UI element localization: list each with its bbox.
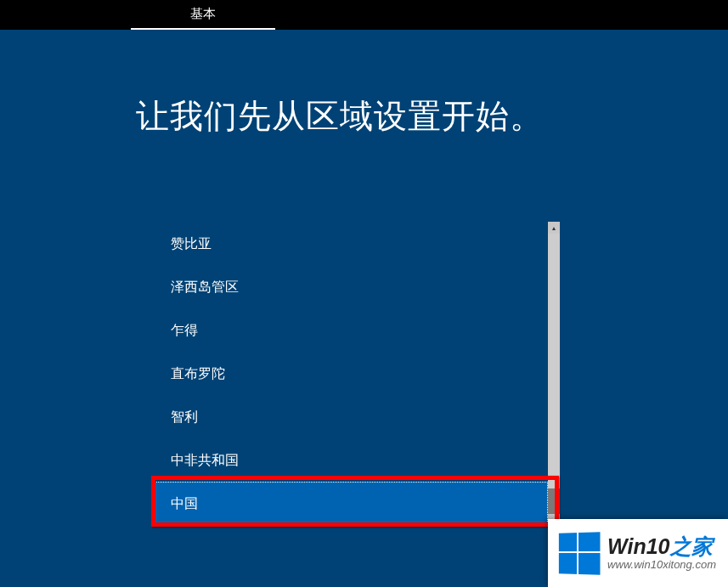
list-item[interactable]: 智利	[154, 395, 548, 438]
page-title: 让我们先从区域设置开始。	[0, 93, 728, 139]
tab-label: 基本	[190, 6, 216, 20]
list-item[interactable]: 赞比亚	[154, 222, 548, 265]
scroll-thumb[interactable]	[548, 488, 560, 514]
main-content: 让我们先从区域设置开始。	[0, 30, 728, 139]
scroll-track[interactable]	[548, 234, 560, 514]
tab-basic[interactable]: 基本	[131, 0, 275, 30]
chevron-up-icon: ▴	[552, 224, 556, 232]
list-item-selected[interactable]: 中国	[154, 482, 548, 525]
watermark: Win10之家 www.win10xitong.com	[548, 519, 728, 587]
watermark-text: Win10之家 www.win10xitong.com	[607, 534, 716, 572]
scrollbar[interactable]: ▴ ▾	[548, 222, 560, 526]
region-list[interactable]: 赞比亚 泽西岛管区 乍得 直布罗陀 智利 中非共和国 中国	[154, 222, 548, 526]
list-item[interactable]: 泽西岛管区	[154, 265, 548, 308]
list-item-label: 中非共和国	[171, 453, 239, 467]
list-item-label: 乍得	[171, 323, 198, 337]
list-item-label: 中国	[171, 496, 198, 511]
watermark-url: www.win10xitong.com	[607, 559, 716, 572]
list-item-label: 赞比亚	[171, 236, 212, 251]
watermark-title-prefix: Win10	[607, 534, 669, 558]
region-list-container: 赞比亚 泽西岛管区 乍得 直布罗陀 智利 中非共和国 中国 ▴ ▾	[154, 222, 560, 526]
list-item-label: 直布罗陀	[171, 366, 225, 381]
list-item-label: 智利	[171, 409, 198, 424]
windows-logo-icon	[559, 532, 600, 573]
list-item[interactable]: 乍得	[154, 308, 548, 352]
watermark-title: Win10之家	[607, 534, 716, 559]
list-item[interactable]: 中非共和国	[154, 438, 548, 482]
list-item-label: 泽西岛管区	[171, 279, 239, 294]
watermark-title-suffix: 之家	[670, 534, 713, 558]
list-item[interactable]: 直布罗陀	[154, 352, 548, 395]
scroll-up-button[interactable]: ▴	[548, 222, 560, 234]
top-bar: 基本	[0, 0, 728, 30]
